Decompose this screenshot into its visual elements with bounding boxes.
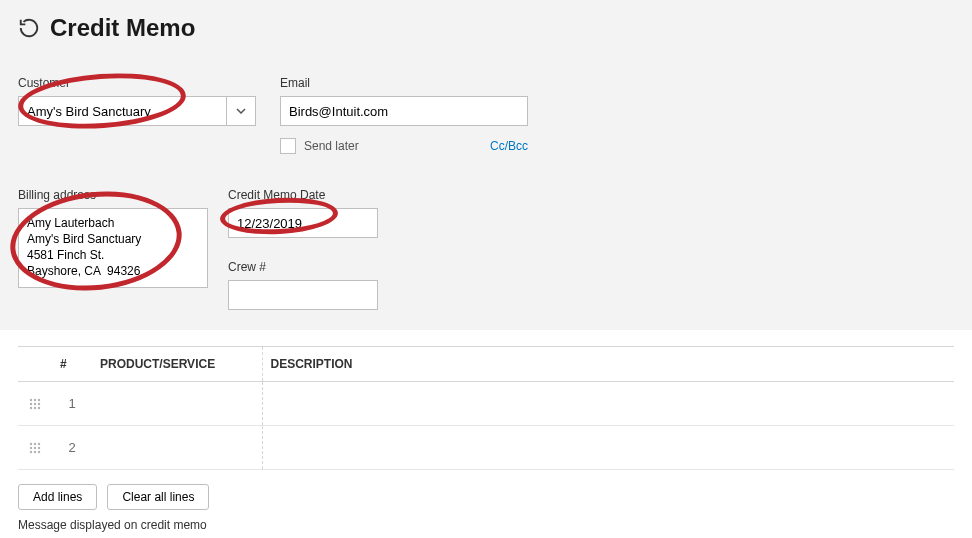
table-row[interactable]: 1 — [18, 382, 954, 426]
cc-bcc-link[interactable]: Cc/Bcc — [490, 139, 528, 153]
product-cell[interactable] — [92, 426, 262, 470]
drag-handle-icon[interactable] — [26, 442, 44, 454]
col-header-product: PRODUCT/SERVICE — [92, 347, 262, 382]
send-later-label: Send later — [304, 139, 359, 153]
date-crew-column: Credit Memo Date Crew # — [228, 188, 378, 310]
line-items-table: # PRODUCT/SERVICE DESCRIPTION 1 2 — [18, 346, 954, 470]
send-later-checkbox[interactable] — [280, 138, 296, 154]
svg-point-3 — [30, 402, 32, 404]
row-number: 2 — [52, 426, 92, 470]
description-cell[interactable] — [262, 382, 954, 426]
svg-point-5 — [38, 402, 40, 404]
description-cell[interactable] — [262, 426, 954, 470]
svg-point-15 — [30, 450, 32, 452]
email-label: Email — [280, 76, 528, 90]
svg-point-11 — [38, 442, 40, 444]
customer-dropdown-button[interactable] — [226, 96, 256, 126]
svg-point-1 — [34, 398, 36, 400]
clear-all-lines-button[interactable]: Clear all lines — [107, 484, 209, 510]
col-header-drag — [18, 347, 52, 382]
message-on-memo-label: Message displayed on credit memo — [0, 514, 972, 538]
billing-address-input[interactable] — [18, 208, 208, 288]
svg-point-13 — [34, 446, 36, 448]
svg-point-6 — [30, 406, 32, 408]
crew-number-input[interactable] — [228, 280, 378, 310]
add-lines-button[interactable]: Add lines — [18, 484, 97, 510]
email-field: Email Send later Cc/Bcc — [280, 76, 528, 154]
svg-point-16 — [34, 450, 36, 452]
drag-handle-icon[interactable] — [26, 398, 44, 410]
product-cell[interactable] — [92, 382, 262, 426]
crew-number-label: Crew # — [228, 260, 378, 274]
customer-input[interactable] — [18, 96, 226, 126]
svg-point-8 — [38, 406, 40, 408]
svg-point-0 — [30, 398, 32, 400]
customer-label: Customer — [18, 76, 256, 90]
page-title: Credit Memo — [50, 14, 195, 42]
row-number: 1 — [52, 382, 92, 426]
credit-memo-icon — [18, 17, 40, 39]
svg-point-4 — [34, 402, 36, 404]
col-header-description: DESCRIPTION — [262, 347, 954, 382]
svg-point-9 — [30, 442, 32, 444]
svg-point-12 — [30, 446, 32, 448]
billing-address-label: Billing address — [18, 188, 208, 202]
billing-address-field: Billing address — [18, 188, 208, 288]
credit-memo-date-label: Credit Memo Date — [228, 188, 378, 202]
svg-point-2 — [38, 398, 40, 400]
line-items-table-wrapper: # PRODUCT/SERVICE DESCRIPTION 1 2 — [0, 330, 972, 476]
chevron-down-icon — [236, 108, 246, 114]
email-input[interactable] — [280, 96, 528, 126]
svg-point-17 — [38, 450, 40, 452]
table-row[interactable]: 2 — [18, 426, 954, 470]
page-header: Credit Memo — [0, 0, 972, 48]
svg-point-14 — [38, 446, 40, 448]
svg-point-10 — [34, 442, 36, 444]
col-header-number: # — [52, 347, 92, 382]
customer-field: Customer — [18, 76, 256, 154]
credit-memo-date-input[interactable] — [228, 208, 378, 238]
svg-point-7 — [34, 406, 36, 408]
